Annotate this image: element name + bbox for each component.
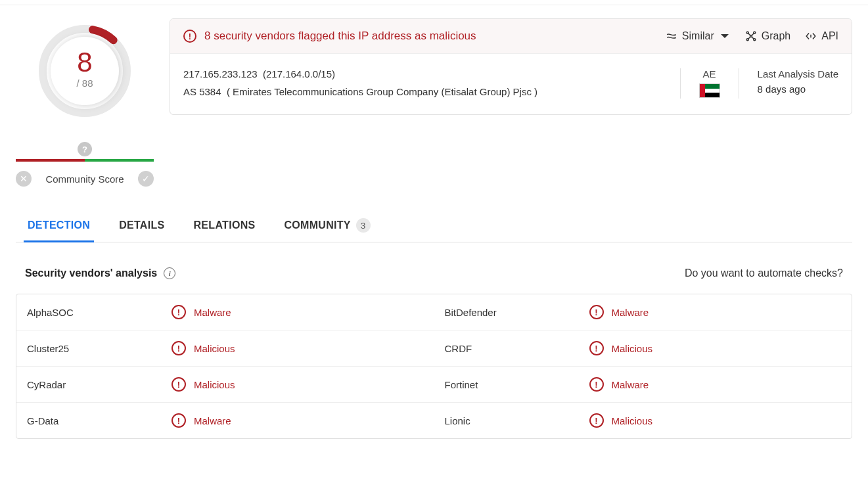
vendor-name: Fortinet xyxy=(445,379,589,390)
community-count-badge: 3 xyxy=(356,218,371,233)
tabs: DETECTION DETAILS RELATIONS COMMUNITY 3 xyxy=(16,218,852,242)
graph-button[interactable]: Graph xyxy=(745,30,790,42)
verdict-text: Malware xyxy=(194,307,231,318)
detection-total: / 88 xyxy=(76,78,93,89)
tab-relations[interactable]: RELATIONS xyxy=(194,218,256,242)
vendor-verdict: !Malicious xyxy=(171,341,235,355)
vendor-name: CyRadar xyxy=(27,379,171,390)
similar-icon xyxy=(666,30,677,42)
alert-icon: ! xyxy=(589,413,604,428)
table-row: AlphaSOC!MalwareBitDefender!Malware xyxy=(16,294,852,330)
alert-text: 8 security vendors flagged this IP addre… xyxy=(204,30,666,43)
vendor-cell: CRDF!Malicious xyxy=(434,330,852,366)
country-code: AE xyxy=(699,68,720,80)
vendor-cell: BitDefender!Malware xyxy=(434,294,852,330)
vendor-verdict: !Malware xyxy=(589,377,649,392)
vendor-cell: Lionic!Malicious xyxy=(434,403,852,438)
alert-icon: ! xyxy=(589,377,604,392)
vendor-name: AlphaSOC xyxy=(27,307,171,318)
analysis-date-label: Last Analysis Date xyxy=(758,68,838,80)
alert-icon: ! xyxy=(171,377,186,392)
vendor-cell: Cluster25!Malicious xyxy=(16,330,434,366)
vendor-verdict: !Malware xyxy=(171,413,231,428)
alert-icon: ! xyxy=(589,341,604,355)
alert-icon: ! xyxy=(171,341,186,355)
vendor-verdict: !Malware xyxy=(171,305,231,319)
api-button[interactable]: API xyxy=(805,30,838,42)
vendor-verdict: !Malware xyxy=(589,305,649,319)
graph-icon xyxy=(745,30,757,42)
vendor-name: CRDF xyxy=(445,343,589,354)
table-row: CyRadar!MaliciousFortinet!Malware xyxy=(16,367,852,403)
alert-icon: ! xyxy=(183,30,196,43)
info-icon[interactable]: i xyxy=(164,267,175,279)
verdict-text: Malware xyxy=(194,415,231,426)
vendor-cell: CyRadar!Malicious xyxy=(16,367,434,402)
community-score-label: Community Score xyxy=(45,173,124,185)
analysis-date-value: 8 days ago xyxy=(758,83,838,95)
score-column: 8 / 88 ? ✕ Community Score ✓ xyxy=(16,18,154,187)
analysis-date-block: Last Analysis Date 8 days ago xyxy=(758,68,838,95)
verdict-text: Malware xyxy=(612,307,649,318)
tab-community[interactable]: COMMUNITY 3 xyxy=(284,218,370,242)
country-flag-icon xyxy=(699,83,720,98)
vote-negative-button[interactable]: ✕ xyxy=(16,171,32,187)
tab-details[interactable]: DETAILS xyxy=(119,218,164,242)
vendor-cell: Fortinet!Malware xyxy=(434,367,852,402)
summary-card: ! 8 security vendors flagged this IP add… xyxy=(170,18,852,187)
vendor-name: BitDefender xyxy=(445,307,589,318)
vendor-verdict: !Malicious xyxy=(589,341,653,355)
community-bar xyxy=(16,159,154,162)
alert-header: ! 8 security vendors flagged this IP add… xyxy=(170,19,852,54)
vendors-section: Security vendors' analysis i Do you want… xyxy=(16,267,852,439)
country-block: AE xyxy=(699,68,720,100)
alert-icon: ! xyxy=(171,413,186,428)
verdict-text: Malicious xyxy=(612,415,653,426)
summary-area: 8 / 88 ? ✕ Community Score ✓ ! 8 securi xyxy=(0,5,868,187)
vendor-cell: G-Data!Malware xyxy=(16,403,434,438)
verdict-text: Malicious xyxy=(612,343,653,354)
detection-score: 8 xyxy=(76,49,93,76)
vendor-name: Lionic xyxy=(445,415,589,426)
vendors-title: Security vendors' analysis i xyxy=(25,267,175,279)
ip-address: 217.165.233.123 xyxy=(183,68,258,80)
vendor-cell: AlphaSOC!Malware xyxy=(16,294,434,330)
table-row: G-Data!MalwareLionic!Malicious xyxy=(16,403,852,438)
alert-icon: ! xyxy=(171,305,186,319)
community-score-block: ? ✕ Community Score ✓ xyxy=(16,142,154,187)
ip-info: 217.165.233.123 (217.164.0.0/15) AS 5384… xyxy=(183,68,667,97)
as-org: ( Emirates Telecommunications Group Comp… xyxy=(227,86,537,97)
asn: AS 5384 xyxy=(183,86,221,97)
vendor-verdict: !Malicious xyxy=(171,377,235,392)
api-icon xyxy=(805,30,817,42)
verdict-text: Malicious xyxy=(194,343,235,354)
table-row: Cluster25!MaliciousCRDF!Malicious xyxy=(16,330,852,367)
ip-cidr: (217.164.0.0/15) xyxy=(263,68,335,80)
chevron-down-icon xyxy=(719,30,731,42)
verdict-text: Malicious xyxy=(194,379,235,390)
verdict-text: Malware xyxy=(612,379,649,390)
vote-positive-button[interactable]: ✓ xyxy=(138,171,154,187)
similar-button[interactable]: Similar xyxy=(666,30,731,42)
score-gauge: 8 / 88 xyxy=(32,18,137,124)
tab-detection[interactable]: DETECTION xyxy=(28,218,90,242)
alert-icon: ! xyxy=(589,305,604,319)
vendor-name: G-Data xyxy=(27,415,171,426)
automate-link[interactable]: Do you want to automate checks? xyxy=(685,267,843,279)
vendor-name: Cluster25 xyxy=(27,343,171,354)
vendor-verdict: !Malicious xyxy=(589,413,653,428)
vendors-table: AlphaSOC!MalwareBitDefender!MalwareClust… xyxy=(16,294,852,439)
community-help-icon[interactable]: ? xyxy=(78,142,92,156)
